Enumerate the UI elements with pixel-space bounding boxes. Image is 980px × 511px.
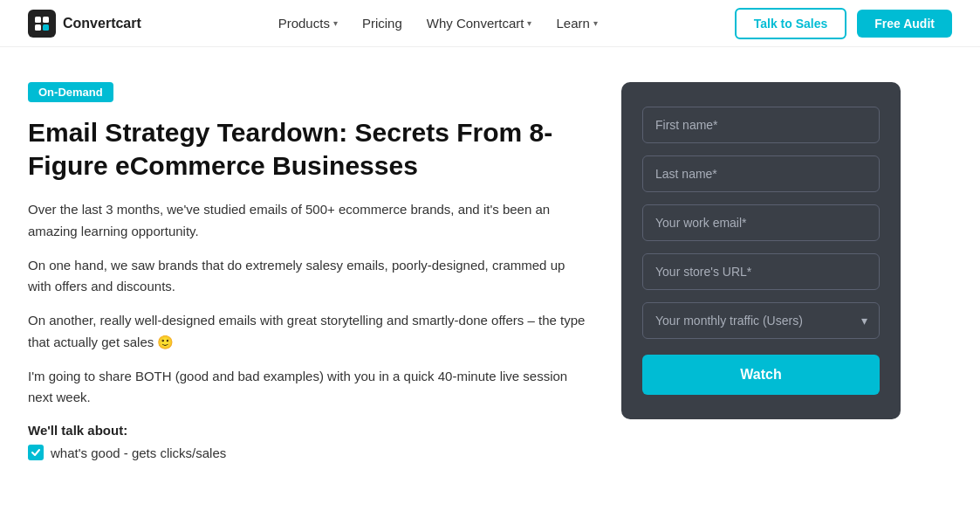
description-para-2: On one hand, we saw brands that do extre… [28,255,586,299]
chevron-down-icon: ▾ [593,18,598,28]
nav-learn[interactable]: Learn ▾ [556,16,597,31]
right-column: Your monthly traffic (Users) < 10,000 10… [621,82,901,466]
checklist-label-1: what's good - gets clicks/sales [51,445,226,460]
talk-to-sales-button[interactable]: Talk to Sales [735,8,847,39]
svg-rect-3 [43,24,49,31]
left-column: On-Demand Email Strategy Teardown: Secre… [28,82,586,466]
checklist-item-1: what's good - gets clicks/sales [28,445,586,460]
checkbox-checked-icon [28,445,44,460]
main-content: On-Demand Email Strategy Teardown: Secre… [0,47,980,501]
description-para-3: On another, really well-designed emails … [28,310,586,354]
nav-why-convertcart[interactable]: Why Convertcart ▾ [427,16,532,31]
chevron-down-icon: ▾ [333,18,338,28]
main-title: Email Strategy Teardown: Secrets From 8-… [28,116,586,182]
svg-rect-2 [35,24,41,31]
traffic-select[interactable]: Your monthly traffic (Users) < 10,000 10… [642,302,880,339]
nav-products[interactable]: Products ▾ [278,16,338,31]
navbar-brand-group: Convertcart [28,10,141,38]
first-name-input[interactable] [642,107,880,143]
main-nav: Products ▾ Pricing Why Convertcart ▾ Lea… [278,16,598,31]
store-url-input[interactable] [642,253,880,290]
we-talk-heading: We'll talk about: [28,423,586,438]
on-demand-badge: On-Demand [28,82,113,102]
description-para-1: Over the last 3 months, we've studied em… [28,199,586,243]
free-audit-button[interactable]: Free Audit [857,10,952,38]
description-para-4: I'm going to share BOTH (good and bad ex… [28,366,586,410]
navbar-actions: Talk to Sales Free Audit [735,8,952,39]
last-name-input[interactable] [642,155,880,192]
brand-name: Convertcart [63,16,141,31]
svg-rect-1 [43,17,49,23]
nav-pricing[interactable]: Pricing [362,16,402,31]
we-talk-section: We'll talk about: what's good - gets cli… [28,423,586,460]
watch-button[interactable]: Watch [642,355,880,395]
email-input[interactable] [642,204,880,241]
signup-form: Your monthly traffic (Users) < 10,000 10… [621,82,901,419]
svg-rect-0 [35,17,41,23]
chevron-down-icon: ▾ [527,18,531,28]
logo-icon [28,10,56,38]
traffic-select-wrapper: Your monthly traffic (Users) < 10,000 10… [642,302,880,339]
navbar: Convertcart Products ▾ Pricing Why Conve… [0,0,980,47]
